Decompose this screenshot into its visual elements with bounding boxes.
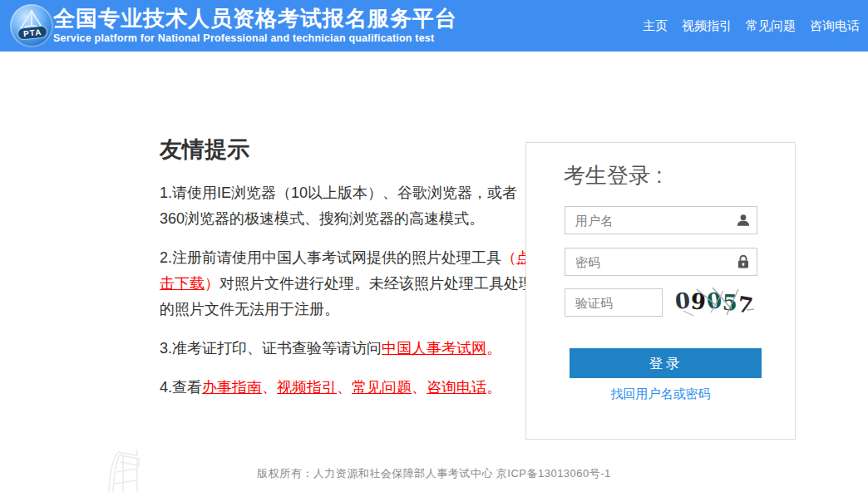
tip-text: 1.请使用IE浏览器（10以上版本）、谷歌浏览器，或者360浏览器的极速模式、搜… (160, 184, 517, 227)
video-guide-link[interactable]: 视频指引 (277, 379, 337, 396)
tip-period: 。 (486, 340, 501, 357)
login-button[interactable]: 登录 (570, 348, 762, 378)
footer-copyright: 版权所有：人力资源和社会保障部人事考试中心 京ICP备13013060号-1 (0, 466, 868, 481)
forgot-wrap: 找回用户名或密码 (526, 386, 795, 402)
login-heading: 考生登录 : (564, 161, 662, 190)
faq-link[interactable]: 常见问题 (352, 379, 412, 396)
header-nav: 主页 视频指引 常见问题 咨询电话 (643, 0, 860, 52)
tip-browser: 1.请使用IE浏览器（10以上版本）、谷歌浏览器，或者360浏览器的极速模式、搜… (160, 180, 534, 232)
tip-resources: 4.查看办事指南、视频指引、常见问题、咨询电话。 (160, 375, 534, 401)
captcha-field-wrap (565, 288, 663, 317)
tip-period: 。 (486, 379, 501, 396)
notice-section: 友情提示 1.请使用IE浏览器（10以上版本）、谷歌浏览器，或者360浏览器的极… (160, 135, 534, 414)
nav-home-link[interactable]: 主页 (643, 18, 668, 34)
site-title-block: 全国专业技术人员资格考试报名服务平台 Service platform for … (53, 6, 457, 44)
page: PTA 全国专业技术人员资格考试报名服务平台 Service platform … (0, 0, 868, 492)
pta-logo[interactable]: PTA (10, 4, 53, 47)
captcha-noise-lines (673, 288, 757, 317)
separator: 、 (412, 379, 427, 396)
forgot-credentials-link[interactable]: 找回用户名或密码 (611, 386, 711, 401)
login-panel: 考生登录 : 0 9 0 5 7 (525, 142, 796, 440)
logo-text: PTA (17, 25, 48, 41)
header-bar: PTA 全国专业技术人员资格考试报名服务平台 Service platform … (0, 0, 868, 52)
notice-heading: 友情提示 (160, 135, 534, 165)
password-field-wrap (565, 248, 757, 276)
separator: 、 (262, 379, 277, 396)
tip-paren-close: ） (205, 275, 219, 292)
separator: 、 (337, 379, 352, 396)
username-field-wrap (565, 206, 757, 234)
captcha-image[interactable]: 0 9 0 5 7 (673, 288, 757, 317)
tip-photo-tool: 2.注册前请使用中国人事考试网提供的照片处理工具（点击下载）对照片文件进行处理。… (160, 245, 534, 322)
username-input[interactable] (565, 206, 757, 234)
captcha-input[interactable] (565, 288, 663, 317)
tip-text: 4.查看 (160, 379, 202, 396)
guide-link[interactable]: 办事指南 (202, 379, 262, 396)
nav-video-guide-link[interactable]: 视频指引 (682, 18, 732, 34)
phone-link[interactable]: 咨询电话 (427, 379, 486, 396)
tip-cpta-site: 3.准考证打印、证书查验等请访问中国人事考试网。 (160, 336, 534, 362)
password-input[interactable] (565, 248, 757, 276)
nav-phone-link[interactable]: 咨询电话 (810, 18, 860, 34)
site-title: 全国专业技术人员资格考试报名服务平台 (53, 6, 457, 31)
site-subtitle: Service platform for National Profession… (53, 32, 457, 44)
tip-paren-open: （ (501, 249, 516, 266)
tip-text: 3.准考证打印、证书查验等请访问 (160, 340, 382, 357)
tip-text: 2.注册前请使用中国人事考试网提供的照片处理工具 (160, 249, 501, 266)
nav-faq-link[interactable]: 常见问题 (746, 18, 796, 34)
cpta-site-link[interactable]: 中国人事考试网 (382, 340, 486, 357)
